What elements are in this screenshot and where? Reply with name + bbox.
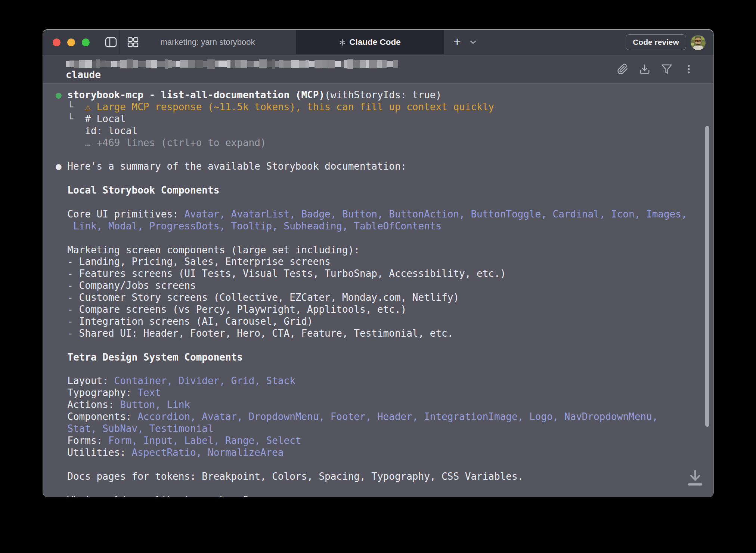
scrollbar[interactable] — [705, 126, 709, 427]
close-button[interactable] — [53, 38, 61, 46]
tab-label: marketing: yarn storybook — [160, 37, 255, 47]
terminal-output: ● storybook-mcp - list-all-documentation… — [43, 84, 713, 497]
terminal-line: Utilities: AspectRatio, NormalizeArea — [56, 447, 713, 459]
terminal-line: - Integration screens (AI, Carousel, Gri… — [56, 316, 713, 328]
terminal-line: - Shared UI: Header, Footer, Hero, CTA, … — [56, 328, 713, 340]
session-label: claude — [66, 69, 101, 80]
traffic-lights — [53, 38, 90, 46]
terminal-line — [56, 459, 713, 471]
tab-list-chevron-icon[interactable] — [470, 40, 476, 44]
terminal-window: marketing: yarn storybook Claude Code + — [43, 29, 714, 497]
terminal-line: Forms: Form, Input, Label, Range, Select — [56, 435, 713, 447]
terminal-line — [56, 232, 713, 244]
terminal-line: Link, Modal, ProgressDots, Tooltip, Subh… — [56, 220, 713, 232]
terminal-line — [56, 173, 713, 185]
terminal-line: - Features screens (UI Tests, Visual Tes… — [56, 268, 713, 280]
terminal-line: - Landing, Pricing, Sales, Enterprise sc… — [56, 256, 713, 268]
terminal-line — [56, 149, 713, 161]
zoom-button[interactable] — [82, 38, 90, 46]
terminal-line: Stat, SubNav, Testimonial — [56, 423, 713, 435]
terminal-line: - Customer Story screens (Collective, EZ… — [56, 292, 713, 304]
download-icon[interactable] — [639, 64, 650, 75]
terminal-line: Components: Accordion, Avatar, DropdownM… — [56, 411, 713, 423]
filter-icon[interactable] — [661, 64, 672, 75]
session-toolbar: claude — [43, 55, 713, 84]
terminal-line: Tetra Design System Components — [56, 352, 713, 364]
sidebar-toggle-icon[interactable] — [105, 37, 117, 47]
more-options-icon[interactable] — [683, 64, 694, 75]
terminal-line — [56, 340, 713, 352]
terminal-line: Core UI primitives: Avatar, AvatarList, … — [56, 208, 713, 220]
tab-label: Claude Code — [349, 37, 401, 47]
scroll-to-bottom-button[interactable] — [683, 466, 707, 490]
terminal-line — [56, 482, 713, 494]
terminal-line — [56, 363, 713, 375]
paperclip-icon[interactable] — [617, 64, 628, 75]
terminal-line: Typography: Text — [56, 387, 713, 399]
new-tab-button[interactable]: + — [444, 35, 461, 49]
terminal-line: id: local — [56, 125, 713, 137]
redacted-session-info — [66, 59, 398, 69]
terminal-line: Docs pages for tokens: Breakpoint, Color… — [56, 471, 713, 483]
code-review-button[interactable]: Code review — [626, 34, 686, 50]
terminal-line: What would you like to work on? — [56, 494, 713, 497]
terminal-line: Local Storybook Components — [56, 185, 713, 197]
terminal-line: … +469 lines (ctrl+o to expand) — [56, 137, 713, 149]
terminal-line: - Compare screens (vs Percy, Playwright,… — [56, 304, 713, 316]
terminal-line: Actions: Button, Link — [56, 399, 713, 411]
terminal-line: Layout: Container, Divider, Grid, Stack — [56, 375, 713, 387]
title-bar: marketing: yarn storybook Claude Code + — [43, 30, 713, 55]
tab-marketing-yarn-storybook[interactable]: marketing: yarn storybook — [120, 30, 296, 55]
asterisk-icon — [339, 39, 346, 46]
avatar[interactable] — [691, 35, 706, 50]
terminal-line: └ # Local — [56, 113, 713, 125]
minimize-button[interactable] — [67, 38, 75, 46]
terminal-line: Marketing screen components (large set i… — [56, 244, 713, 256]
terminal-line — [56, 197, 713, 208]
terminal-line: ● Here's a summary of the available Stor… — [56, 161, 713, 173]
terminal-line: ● storybook-mcp - list-all-documentation… — [56, 89, 713, 101]
terminal-line: - Company/Jobs screens — [56, 280, 713, 292]
terminal-line: └ ⚠ Large MCP response (~11.5k tokens), … — [56, 101, 713, 113]
tab-claude-code[interactable]: Claude Code — [296, 30, 444, 55]
